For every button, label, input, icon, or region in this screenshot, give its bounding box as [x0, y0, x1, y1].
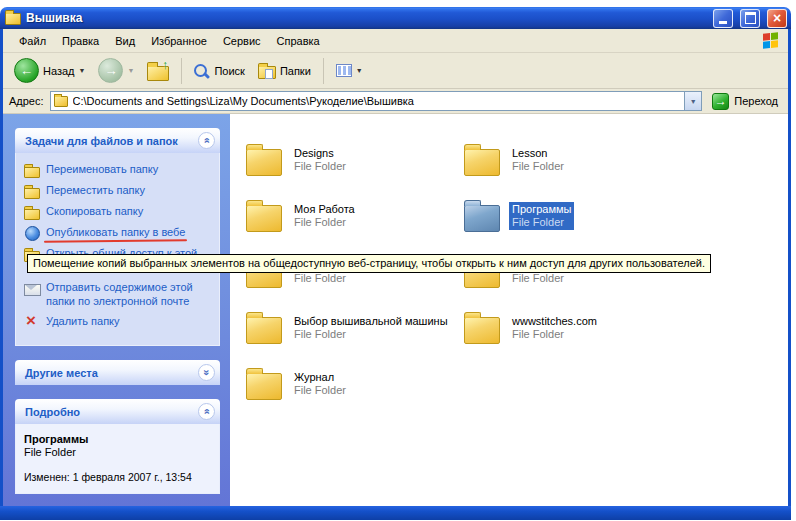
file-name: wwwstitches.com: [512, 315, 597, 328]
file-item[interactable]: Lesson File Folder: [464, 132, 676, 188]
views-dropdown-icon[interactable]: ▼: [356, 67, 363, 74]
file-item[interactable]: Выбор вышивальной машины File Folder: [246, 300, 458, 356]
views-icon: [336, 64, 352, 77]
details-panel-header[interactable]: Подробно: [15, 399, 220, 424]
task-label: Опубликовать папку в вебе: [46, 225, 213, 239]
file-list-area[interactable]: Designs File Folder Моя Работа File Fold…: [230, 114, 788, 506]
file-type: File Folder: [512, 160, 564, 173]
details-panel-title: Подробно: [25, 406, 80, 418]
task-item[interactable]: Скопировать папку: [24, 204, 213, 219]
back-label: Назад: [43, 65, 75, 77]
file-name: Программы: [512, 203, 571, 216]
main-area: Задачи для файлов и папок Переименовать …: [3, 114, 788, 506]
file-type: File Folder: [512, 216, 571, 229]
file-labels: wwwstitches.com File Folder: [509, 314, 600, 342]
file-name: Designs: [294, 147, 346, 160]
file-item[interactable]: Моя Работа File Folder: [246, 188, 458, 244]
task-label: Переименовать папку: [46, 162, 213, 176]
search-label: Поиск: [214, 65, 244, 77]
folders-label: Папки: [280, 65, 311, 77]
task-label: Отправить содержимое этой папки по элект…: [46, 280, 213, 308]
other-places-title: Другие места: [25, 367, 98, 379]
file-item[interactable]: Designs File Folder: [246, 132, 458, 188]
forward-button[interactable]: ▼: [93, 55, 139, 86]
chevron-up-icon[interactable]: [198, 132, 215, 149]
address-path[interactable]: C:\Documents and Settings\Liza\My Docume…: [73, 95, 680, 107]
toolbar-separator: [323, 58, 324, 84]
go-button[interactable]: Переход: [708, 92, 782, 111]
folders-button[interactable]: Папки: [253, 60, 316, 82]
folder-icon: [246, 149, 282, 176]
task-item[interactable]: Удалить папку: [24, 314, 213, 329]
task-item[interactable]: Переместить папку: [24, 183, 213, 198]
back-dropdown-icon[interactable]: ▼: [79, 67, 86, 74]
details-name: Программы: [24, 433, 213, 445]
file-item[interactable]: Программы File Folder: [464, 188, 676, 244]
details-modified: Изменен: 1 февраля 2007 г., 13:54: [24, 471, 213, 483]
tasks-panel-header[interactable]: Задачи для файлов и папок: [15, 128, 220, 153]
file-name: Выбор вышивальной машины: [294, 315, 448, 328]
file-labels: Программы File Folder: [509, 202, 574, 230]
menu-item[interactable]: Сервис: [215, 31, 269, 51]
menu-item[interactable]: Правка: [54, 31, 107, 51]
file-type: File Folder: [512, 272, 584, 285]
back-button[interactable]: Назад ▼: [9, 55, 90, 86]
details-type: File Folder: [24, 446, 213, 458]
other-places-header[interactable]: Другие места: [15, 360, 220, 385]
views-button[interactable]: ▼: [331, 61, 368, 80]
search-icon: [194, 64, 207, 77]
close-button[interactable]: [767, 9, 787, 28]
task-pane-sidebar: Задачи для файлов и папок Переименовать …: [3, 114, 230, 506]
task-item[interactable]: Отправить содержимое этой папки по элект…: [24, 280, 213, 308]
file-name: Lesson: [512, 147, 564, 160]
menu-item[interactable]: Вид: [107, 31, 143, 51]
file-folder-tasks-panel: Задачи для файлов и папок Переименовать …: [15, 128, 220, 346]
task-icon: [24, 205, 40, 219]
forward-dropdown-icon[interactable]: ▼: [127, 67, 134, 74]
address-combobox[interactable]: C:\Documents and Settings\Liza\My Docume…: [50, 91, 703, 111]
file-type: File Folder: [294, 216, 355, 229]
toolbar: Назад ▼ ▼ Поиск Папки ▼: [3, 53, 788, 89]
folder-icon: [246, 317, 282, 344]
menu-item[interactable]: Справка: [269, 31, 328, 51]
chevron-down-icon[interactable]: [198, 364, 215, 381]
file-labels: Моя Работа File Folder: [291, 202, 358, 230]
file-labels: Выбор вышивальной машины File Folder: [291, 314, 451, 342]
task-icon: [24, 184, 40, 198]
window-folder-icon: [5, 13, 21, 25]
task-item[interactable]: Опубликовать папку в вебе: [24, 225, 213, 240]
tasks-panel-title: Задачи для файлов и папок: [25, 135, 178, 147]
minimize-button[interactable]: [713, 9, 733, 28]
menu-bar: ФайлПравкаВидИзбранноеСервисСправка: [3, 29, 788, 53]
address-folder-icon: [54, 96, 68, 107]
address-label: Адрес:: [9, 95, 44, 107]
file-labels: Designs File Folder: [291, 146, 349, 174]
chevron-up-icon[interactable]: [198, 403, 215, 420]
explorer-window: Вышивка ФайлПравкаВидИзбранноеСервисСпра…: [0, 7, 791, 520]
task-icon: [24, 315, 40, 329]
task-label: Скопировать папку: [46, 204, 213, 218]
folder-icon: [464, 317, 500, 344]
menu-item[interactable]: Избранное: [143, 31, 215, 51]
file-type: File Folder: [294, 384, 346, 397]
search-button[interactable]: Поиск: [189, 61, 249, 80]
window-title: Вышивка: [26, 11, 706, 25]
toolbar-separator: [181, 58, 182, 84]
menu-item[interactable]: Файл: [11, 31, 54, 51]
details-panel: Подробно Программы File Folder Изменен: …: [15, 399, 220, 494]
folder-icon: [246, 373, 282, 400]
file-item[interactable]: Журнал File Folder: [246, 356, 458, 412]
task-item[interactable]: Переименовать папку: [24, 162, 213, 177]
address-dropdown-button[interactable]: ▼: [684, 92, 701, 110]
title-bar[interactable]: Вышивка: [0, 7, 791, 29]
file-type: File Folder: [294, 328, 448, 341]
file-name: Журнал: [294, 371, 346, 384]
file-item[interactable]: wwwstitches.com File Folder: [464, 300, 676, 356]
up-folder-icon: [147, 66, 169, 81]
maximize-button[interactable]: [740, 9, 760, 28]
folder-icon: [464, 149, 500, 176]
window-bottom-border: [0, 506, 791, 520]
windows-logo-icon: [763, 32, 778, 49]
up-button[interactable]: [142, 58, 174, 84]
file-type: File Folder: [294, 272, 454, 285]
